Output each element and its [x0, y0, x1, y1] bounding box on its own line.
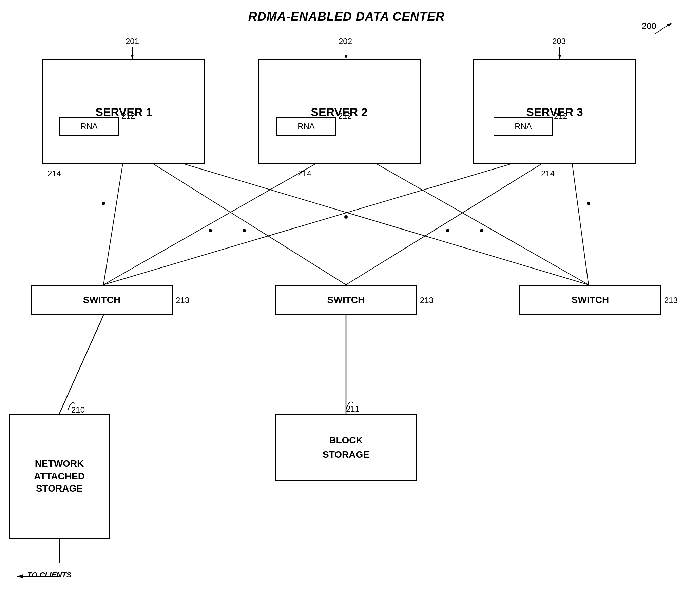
ref-214-3-label: 214: [541, 169, 555, 178]
to-clients-label: TO CLIENTS: [27, 571, 71, 579]
svg-line-14: [103, 146, 570, 285]
diagram-title: RDMA-ENABLED DATA CENTER: [248, 9, 445, 24]
svg-point-26: [243, 229, 246, 232]
rna1-box: RNA: [59, 117, 119, 136]
ref-213-3-label: 213: [664, 296, 678, 305]
svg-line-0: [655, 23, 672, 34]
rna3-box: RNA: [494, 117, 553, 136]
switch1-box: SWITCH: [31, 285, 173, 315]
ref-212-1-label: 212: [121, 111, 135, 121]
svg-point-24: [587, 202, 590, 205]
ref-210-arrow: [41, 393, 81, 414]
svg-line-13: [346, 146, 589, 285]
switch2-box: SWITCH: [275, 285, 417, 315]
svg-marker-5: [345, 55, 347, 59]
svg-point-22: [102, 202, 105, 205]
switch3-box: SWITCH: [519, 285, 661, 315]
block-storage-box: BLOCK STORAGE: [275, 414, 417, 481]
ref-213-2-label: 213: [420, 296, 434, 305]
svg-marker-21: [17, 574, 23, 578]
svg-line-9: [126, 146, 346, 285]
svg-line-11: [103, 146, 346, 285]
svg-marker-1: [667, 23, 672, 27]
diagram: RDMA-ENABLED DATA CENTER 200: [0, 0, 693, 616]
ref-212-3-label: 212: [554, 111, 567, 121]
ref-214-1-label: 214: [47, 169, 61, 178]
svg-line-10: [126, 146, 589, 285]
svg-point-28: [480, 229, 483, 232]
ref-213-1-label: 213: [176, 296, 189, 305]
rna2-box: RNA: [276, 117, 336, 136]
svg-point-25: [209, 229, 212, 232]
ref-212-2-label: 212: [338, 111, 352, 121]
ref-214-2-label: 214: [298, 169, 311, 178]
ref-211-arrow: [319, 393, 360, 413]
nas-box: NETWORK ATTACHED STORAGE: [9, 414, 110, 539]
svg-line-8: [103, 146, 126, 285]
ref-202-label: 202: [339, 37, 352, 46]
svg-point-27: [446, 229, 449, 232]
svg-point-23: [344, 215, 348, 219]
svg-line-15: [346, 146, 570, 285]
ref-203-label: 203: [552, 37, 566, 46]
svg-marker-7: [558, 55, 561, 59]
ref-201-label: 201: [126, 37, 139, 46]
svg-line-16: [570, 146, 589, 285]
svg-marker-3: [131, 55, 134, 59]
ref-200-label: 200: [642, 21, 656, 32]
